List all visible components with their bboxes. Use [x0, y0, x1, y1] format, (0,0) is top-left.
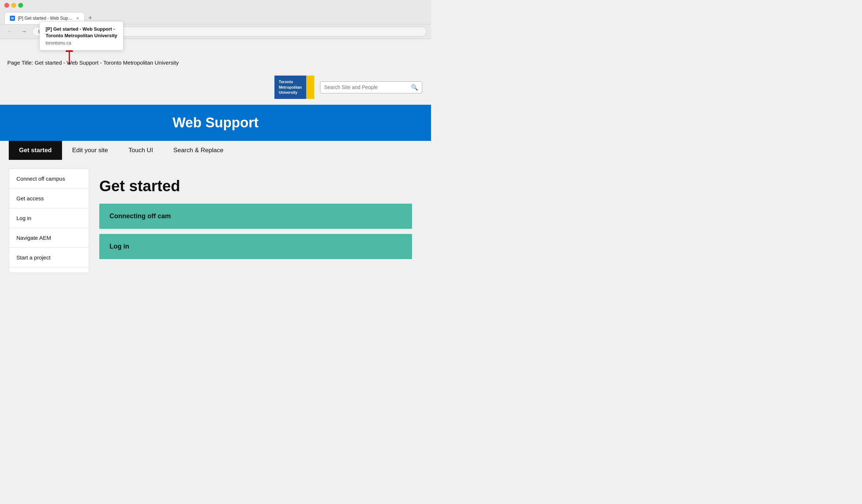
- logo-yellow-part: [306, 76, 314, 99]
- tab-title: [P] Get started - Web Support: [18, 16, 73, 21]
- tab-tooltip: [P] Get started - Web Support - Toronto …: [39, 21, 123, 50]
- tooltip-title: [P] Get started - Web Support - Toronto …: [46, 26, 117, 39]
- sidebar-item-get-access[interactable]: Get access: [9, 189, 89, 208]
- tab-touch-ui[interactable]: Touch UI: [118, 141, 163, 160]
- logo-text: Toronto Metropolitan University: [279, 79, 302, 95]
- university-header: Toronto Metropolitan University 🔍: [0, 70, 431, 105]
- tab-search-replace[interactable]: Search & Replace: [163, 141, 234, 160]
- tab-close-button[interactable]: ×: [76, 15, 79, 21]
- sidebar: Connect off campus Get access Log in Nav…: [9, 169, 89, 273]
- content-title: Get started: [99, 177, 412, 195]
- card-login-text: Log in: [109, 243, 129, 250]
- sidebar-item-log-in[interactable]: Log in: [9, 208, 89, 228]
- back-button[interactable]: ←: [4, 27, 15, 36]
- blue-banner: Web Support: [0, 105, 431, 141]
- header-right: Toronto Metropolitan University 🔍: [274, 76, 422, 99]
- content-area: Get started Connecting off cam Log in: [89, 169, 422, 273]
- close-button[interactable]: [4, 3, 9, 8]
- search-submit-button[interactable]: 🔍: [411, 84, 418, 91]
- tab-get-started[interactable]: Get started: [9, 141, 62, 160]
- search-input[interactable]: [324, 84, 408, 90]
- tab-edit-your-site[interactable]: Edit your site: [62, 141, 118, 160]
- banner-title: Web Support: [9, 115, 422, 131]
- sidebar-item-navigate-aem[interactable]: Navigate AEM: [9, 228, 89, 248]
- card-log-in[interactable]: Log in: [99, 234, 412, 259]
- page-wrapper: Toronto Metropolitan University 🔍 Web Su…: [0, 70, 431, 282]
- tmu-logo: Toronto Metropolitan University: [274, 76, 314, 99]
- traffic-lights: [4, 3, 23, 8]
- logo-blue-part: Toronto Metropolitan University: [274, 76, 306, 99]
- card-connecting-text: Connecting off cam: [109, 212, 171, 220]
- forward-button[interactable]: →: [18, 27, 29, 36]
- search-bar: 🔍: [320, 81, 422, 93]
- main-content: Connect off campus Get access Log in Nav…: [0, 160, 431, 282]
- page-title-annotation: Page Title: Get started - Web Support - …: [7, 59, 179, 66]
- minimize-button[interactable]: [11, 3, 16, 8]
- tab-favicon: M: [10, 16, 15, 21]
- sidebar-item-connect-off-campus[interactable]: Connect off campus: [9, 169, 89, 189]
- tooltip-url: torontomu.ca: [46, 41, 117, 46]
- navigation-tabs: Get started Edit your site Touch UI Sear…: [0, 141, 431, 160]
- sidebar-item-start-project[interactable]: Start a project: [9, 248, 89, 268]
- card-connecting-off-campus[interactable]: Connecting off cam: [99, 204, 412, 229]
- maximize-button[interactable]: [18, 3, 23, 8]
